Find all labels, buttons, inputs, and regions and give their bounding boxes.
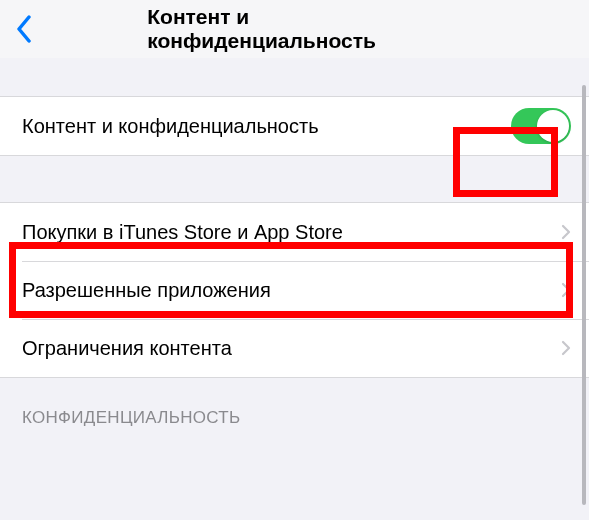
settings-group-1: Контент и конфиденциальность: [0, 96, 589, 156]
allowed-apps-row[interactable]: Разрешенные приложения: [0, 261, 589, 319]
chevron-left-icon: [15, 15, 33, 43]
content-restrictions-row[interactable]: Ограничения контента: [0, 319, 589, 377]
privacy-section-header: КОНФИДЕНЦИАЛЬНОСТЬ: [0, 378, 589, 436]
row-label: Разрешенные приложения: [22, 279, 561, 302]
page-title: Контент и конфиденциальность: [147, 5, 442, 53]
content-privacy-toggle[interactable]: [511, 108, 571, 144]
itunes-purchases-row[interactable]: Покупки в iTunes Store и App Store: [0, 203, 589, 261]
scrollbar[interactable]: [582, 85, 586, 505]
content-area: Контент и конфиденциальность Покупки в i…: [0, 58, 589, 436]
chevron-right-icon: [561, 340, 571, 356]
row-label: Покупки в iTunes Store и App Store: [22, 221, 561, 244]
row-label: Контент и конфиденциальность: [22, 115, 511, 138]
settings-group-2: Покупки в iTunes Store и App Store Разре…: [0, 202, 589, 378]
row-label: Ограничения контента: [22, 337, 561, 360]
chevron-right-icon: [561, 282, 571, 298]
content-privacy-toggle-row[interactable]: Контент и конфиденциальность: [0, 97, 589, 155]
back-button[interactable]: [8, 9, 40, 49]
chevron-right-icon: [561, 224, 571, 240]
group-spacer: [0, 156, 589, 202]
nav-header: Контент и конфиденциальность: [0, 0, 589, 58]
